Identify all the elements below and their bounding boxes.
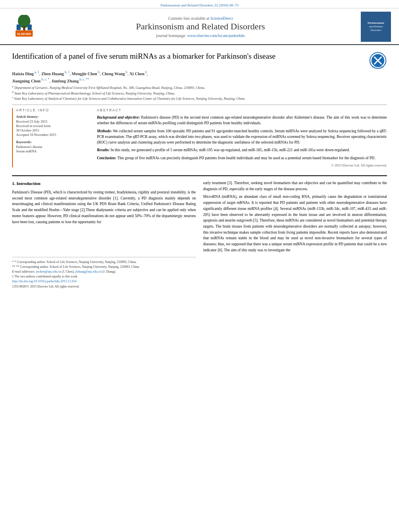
email2-link[interactable]: jfzhang@nju.edu.cn [75,270,101,273]
intro-paragraph-1: Parkinson's Disease (PD), which is chara… [12,189,196,225]
received-date: Received 23 July 2015 [16,119,90,123]
svg-rect-3 [23,26,25,30]
abstract-methods: Methods: We collected serum samples from… [97,128,387,146]
conclusion-label: Conclusion: [97,156,117,160]
author-haixia-ding: Haixia Ding [12,72,34,76]
results-text: In this study, we generated a profile of… [111,148,350,152]
abstract-background: Background and objective: Parkinson's di… [97,115,387,126]
footnotes-section: * * Corresponding author. School of Life… [12,257,196,289]
background-text: Parkinson's disease (PD) is the second m… [97,115,387,125]
email1-link[interactable]: jnchen@nju.edu.cn [36,270,61,273]
abstract-panel: ABSTRACT Background and objective: Parki… [97,108,387,167]
journal-thumbnail: Parkinsonismand RelatedDisorders [361,12,391,42]
keywords-section: Keywords: Parkinson's disease Serum miRN… [16,140,90,153]
author-mengjie-chen: Mengjie Chen [72,72,97,76]
svg-rect-4 [16,25,21,30]
body-col-left: 1. Introduction Parkinson's Disease (PD)… [12,180,196,289]
footnote-equal-contrib: 1 The two authors contributed equally to… [12,274,196,279]
intro-paragraph-2: MicroRNA (miRNA), an abundant class of s… [203,194,387,253]
abstract-conclusion: Conclusion: This group of five miRNAs ca… [97,155,387,161]
affiliations: a Department of Geriatric, Nanjing Medic… [12,85,387,101]
conclusion-text: This group of five miRNAs can precisely … [117,156,375,160]
author-cheng-wang: Cheng Wang [102,72,125,76]
journal-banner: ELSEVIER Contents lists available at Sci… [0,8,399,45]
author-xi-chen: Xi Chen [130,72,144,76]
results-label: Results: [97,148,111,152]
intro-heading: 1. Introduction [12,180,196,187]
keywords-label: Keywords: [16,140,90,144]
author-junfeng-zhang: Junfeng Zhang [51,78,79,83]
crossmark-icon: CrossMark [369,51,387,70]
authors-line: Haixia Ding a, 1, Zhen Huang b, 1, Mengj… [12,70,387,76]
author-jiangning-chen: Jiangning Chen [12,78,41,83]
body-text-section: 1. Introduction Parkinson's Disease (PD)… [0,180,399,289]
intro-paragraph-1-continued: early treatment [3]. Therefore, seeking … [203,180,387,192]
article-info-panel: ARTICLE INFO Article history: Received 2… [12,108,90,167]
methods-text: We collected serum samples from 106 spor… [97,129,387,145]
elsevier-logo: ELSEVIER [8,15,40,39]
journal-header: Parkinsonism and Related Disorders 22 (2… [0,0,399,45]
authors-line-2: Jiangning Chen b, c, *, Junfeng Zhang b,… [12,78,387,83]
body-col-right: early treatment [3]. Therefore, seeking … [203,180,387,289]
background-label: Background and objective: [97,115,141,119]
contents-line: Contents lists available at ScienceDirec… [40,16,361,21]
elsevier-tree-icon: ELSEVIER [12,15,36,39]
homepage-line: journal homepage: www.elsevier.com/locat… [40,33,361,38]
footnote-corresponding2: ** ** Corresponding author. School of Li… [12,265,196,269]
copyright-line: © 2015 Elsevier Ltd. All rights reserved… [97,163,387,167]
affiliation-b: b State Key Laboratory of Pharmaceutical… [12,90,387,96]
revised-date: 30 October 2015 [16,128,90,132]
divider-after-affiliations [12,105,387,105]
journal-banner-center: Contents lists available at ScienceDirec… [40,16,361,38]
journal-top-ref: Parkinsonism and Related Disorders 22 (2… [0,0,399,8]
homepage-url-link[interactable]: www.elsevier.com/locate/parkreldis [187,33,245,38]
accepted-date: Accepted 16 November 2015 [16,133,90,137]
revised-label: Received in revised form [16,124,90,128]
svg-rect-5 [28,25,32,30]
journal-title: Parkinsonism and Related Disorders [40,21,361,32]
footnote-email: E-mail addresses: jnchen@nju.edu.cn (J. … [12,269,196,274]
keyword-1: Parkinson's disease [16,145,90,149]
abstract-header: ABSTRACT [97,108,387,112]
article-history-label: Article history: [16,115,90,119]
abstract-results: Results: In this study, we generated a p… [97,147,387,153]
issn-line: 1353-8020/© 2015 Elsevier Ltd. All right… [12,284,196,289]
section-divider [12,175,387,176]
affiliation-a: a Department of Geriatric, Nanjing Medic… [12,85,387,90]
crossmark-badge[interactable]: CrossMark [369,51,387,70]
author-zhen-huang: Zhen Huang [41,72,64,76]
methods-label: Methods: [97,129,113,133]
article-content: Identification of a panel of five serum … [0,45,399,171]
sciencedirect-link[interactable]: ScienceDirect [210,16,233,21]
keyword-2: Serum miRNA [16,149,90,153]
article-info-abstract-section: ARTICLE INFO Article history: Received 2… [12,108,387,167]
footnote-corresponding1: * * Corresponding author. School of Life… [12,260,196,265]
article-title: Identification of a panel of five serum … [12,51,300,62]
svg-text:ELSEVIER: ELSEVIER [17,32,31,35]
affiliation-c: c State Key Laboratory of Analytical Che… [12,96,387,101]
article-info-header: ARTICLE INFO [16,108,90,112]
doi-line[interactable]: http://dx.doi.org/10.1016/j.parkreldis.2… [12,279,196,284]
svg-text:CrossMark: CrossMark [372,66,384,68]
